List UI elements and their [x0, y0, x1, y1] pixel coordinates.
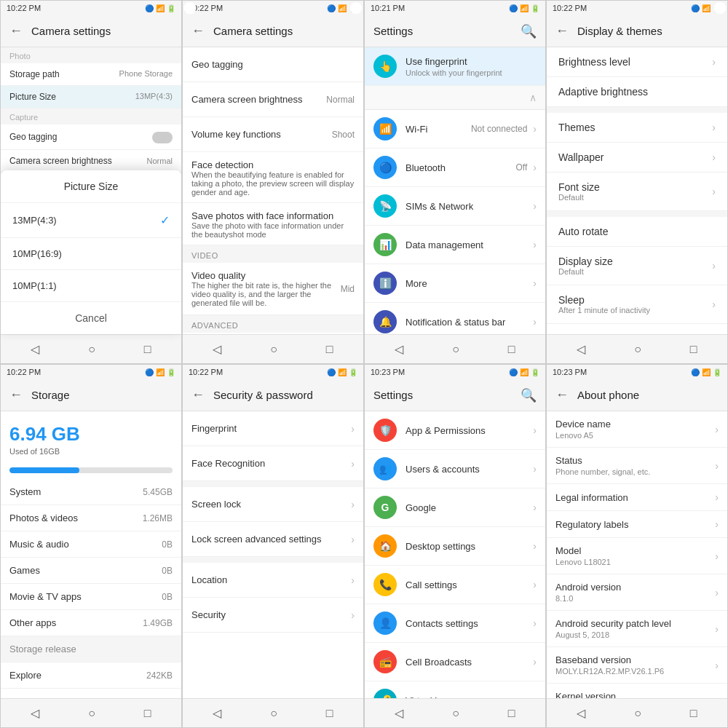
storage-release-item[interactable]: Storage release	[1, 636, 181, 662]
geo-tagging-sidebar-toggle[interactable]	[152, 132, 173, 143]
picture-size-item[interactable]: Picture Size 13MP(4:3)	[1, 86, 181, 108]
nav-recent-p7[interactable]: □	[508, 707, 515, 720]
dialog-option-10mp-16[interactable]: 10MP(16:9)	[1, 238, 181, 270]
back-button-p8[interactable]: ←	[555, 387, 569, 403]
desktop-item[interactable]: 🏠 Desktop settings ›	[365, 527, 545, 566]
location-item[interactable]: Location ›	[183, 563, 363, 598]
data-management-item[interactable]: 📊 Data management ›	[365, 226, 545, 264]
nav-back-p6[interactable]: ◁	[213, 706, 221, 720]
security-patch-item[interactable]: Android security patch level August 5, 2…	[547, 611, 727, 647]
geo-tagging-item[interactable]: Geo tagging	[183, 47, 363, 82]
back-button-p5[interactable]: ←	[9, 387, 23, 403]
device-name-item[interactable]: Device name Lenovo A5 ›	[547, 411, 727, 448]
google-item[interactable]: G Google ›	[365, 488, 545, 527]
top-bar-p6[interactable]: ← Security & password	[183, 379, 363, 411]
nav-back-p2[interactable]: ◁	[213, 342, 221, 356]
games-storage-item[interactable]: Games 0B	[1, 558, 181, 584]
nav-home-p2[interactable]: ○	[270, 343, 277, 356]
top-bar-p1[interactable]: ← Camera settings	[1, 15, 181, 47]
legal-info-item[interactable]: Legal information ›	[547, 484, 727, 511]
screen-lock-item[interactable]: Screen lock ›	[183, 487, 363, 522]
nav-recent-p1[interactable]: □	[144, 343, 151, 356]
video-quality-item[interactable]: Video quality The higher the bit rate is…	[183, 263, 363, 315]
cell-broadcasts-item[interactable]: 📻 Cell Broadcasts ›	[365, 643, 545, 681]
sims-network-item[interactable]: 📡 SIMs & Network ›	[365, 187, 545, 226]
nav-recent-p6[interactable]: □	[326, 707, 333, 720]
top-bar-p7[interactable]: Settings 🔍	[365, 379, 545, 411]
nav-recent-p4[interactable]: □	[690, 343, 697, 356]
android-version-item[interactable]: Android version 8.1.0 ›	[547, 574, 727, 611]
dialog-option-13mp[interactable]: 13MP(4:3) ✓	[1, 203, 181, 238]
top-bar-p8[interactable]: ← About phone	[547, 379, 727, 411]
top-bar-p4[interactable]: ← Display & themes	[547, 15, 727, 47]
kernel-item[interactable]: Kernel version 4.4.95+elevate@android #1…	[547, 684, 727, 698]
nav-recent-p3[interactable]: □	[508, 343, 515, 356]
volume-key-item[interactable]: Volume key functions Shoot	[183, 117, 363, 152]
security-item[interactable]: Security ›	[183, 598, 363, 633]
status-item[interactable]: Status Phone number, signal, etc. ›	[547, 448, 727, 484]
nav-back-p7[interactable]: ◁	[395, 706, 403, 720]
nav-home-p3[interactable]: ○	[452, 343, 459, 356]
collapse-section[interactable]: ∧	[365, 86, 545, 110]
call-settings-item[interactable]: 📞 Call settings ›	[365, 566, 545, 604]
nav-home-p1[interactable]: ○	[88, 343, 95, 356]
back-button-p6[interactable]: ←	[191, 387, 205, 403]
movie-storage-item[interactable]: Movie & TV apps 0B	[1, 584, 181, 610]
other-storage-item[interactable]: Other apps 1.49GB	[1, 610, 181, 636]
dialog-option-10mp-1[interactable]: 10MP(1:1)	[1, 270, 181, 302]
contacts-item[interactable]: 👤 Contacts settings ›	[365, 604, 545, 643]
explore-storage-item[interactable]: Explore 242KB	[1, 662, 181, 689]
nav-back-p4[interactable]: ◁	[577, 342, 585, 356]
nav-back-p8[interactable]: ◁	[577, 706, 585, 720]
charging-lock-item[interactable]: Charging lock screen ›	[547, 324, 727, 334]
geo-tagging-sidebar-item[interactable]: Geo tagging	[1, 124, 181, 150]
nav-home-p5[interactable]: ○	[88, 707, 95, 720]
top-bar-p2[interactable]: ← Camera settings	[183, 15, 363, 47]
system-storage-item[interactable]: System 5.45GB	[1, 479, 181, 505]
dialog-cancel-button[interactable]: Cancel	[1, 302, 181, 334]
model-item[interactable]: Model Lenovo L18021 ›	[547, 538, 727, 574]
search-button-p3[interactable]: 🔍	[521, 23, 537, 39]
more-item[interactable]: ℹ️ More ›	[365, 264, 545, 303]
music-storage-item[interactable]: Music & audio 0B	[1, 531, 181, 558]
sleep-item[interactable]: Sleep After 1 minute of inactivity ›	[547, 285, 727, 324]
top-bar-p5[interactable]: ← Storage	[1, 379, 181, 411]
nav-home-p6[interactable]: ○	[270, 707, 277, 720]
baseband-item[interactable]: Baseband version MOLY.LR12A.R2.MP.V26.1.…	[547, 647, 727, 684]
face-recognition-item[interactable]: Face Recognition ›	[183, 446, 363, 481]
save-face-item[interactable]: Save photos with face information Save t…	[183, 203, 363, 245]
nav-home-p8[interactable]: ○	[634, 707, 641, 720]
lock-screen-adv-item[interactable]: Lock screen advanced settings ›	[183, 522, 363, 557]
adaptive-brightness-item[interactable]: Adaptive brightness	[547, 77, 727, 107]
brightness-level-item[interactable]: Brightness level ›	[547, 47, 727, 77]
auto-rotate-item[interactable]: Auto rotate	[547, 217, 727, 247]
camera-brightness-sidebar-item[interactable]: Camera screen brightness Normal	[1, 150, 181, 173]
notification-item[interactable]: 🔔 Notification & status bar ›	[365, 303, 545, 334]
search-button-p7[interactable]: 🔍	[521, 387, 537, 403]
display-size-item[interactable]: Display size Default ›	[547, 247, 727, 285]
back-button-p4[interactable]: ←	[555, 23, 569, 39]
back-button-p1[interactable]: ←	[9, 23, 23, 39]
virtual-keys-item[interactable]: 🔑 Virtual keys ›	[365, 681, 545, 698]
themes-item[interactable]: Themes ›	[547, 113, 727, 143]
camera-brightness-item[interactable]: Camera screen brightness Normal	[183, 82, 363, 117]
back-button-p2[interactable]: ←	[191, 23, 205, 39]
nav-back-p3[interactable]: ◁	[395, 342, 403, 356]
nav-back-p5[interactable]: ◁	[31, 706, 39, 720]
nav-recent-p8[interactable]: □	[690, 707, 697, 720]
nav-recent-p2[interactable]: □	[326, 343, 333, 356]
regulatory-item[interactable]: Regulatory labels ›	[547, 511, 727, 538]
fingerprint-item[interactable]: 👆 Use fingerprint Unlock with your finge…	[365, 47, 545, 86]
wallpaper-item[interactable]: Wallpaper ›	[547, 143, 727, 173]
users-accounts-item[interactable]: 👥 Users & accounts ›	[365, 450, 545, 488]
photos-storage-item[interactable]: Photos & videos 1.26MB	[1, 505, 181, 531]
bluetooth-item[interactable]: 🔵 Bluetooth Off ›	[365, 149, 545, 187]
wifi-item[interactable]: 📶 Wi-Fi Not connected ›	[365, 110, 545, 149]
nav-home-p7[interactable]: ○	[452, 707, 459, 720]
face-detection-item[interactable]: Face detection When the beautifying feat…	[183, 152, 363, 203]
app-permissions-item[interactable]: 🛡️ App & Permissions ›	[365, 411, 545, 450]
nav-home-p4[interactable]: ○	[634, 343, 641, 356]
font-size-item[interactable]: Font size Default ›	[547, 173, 727, 211]
top-bar-p3[interactable]: Settings 🔍	[365, 15, 545, 47]
fingerprint-sec-item[interactable]: Fingerprint ›	[183, 411, 363, 446]
